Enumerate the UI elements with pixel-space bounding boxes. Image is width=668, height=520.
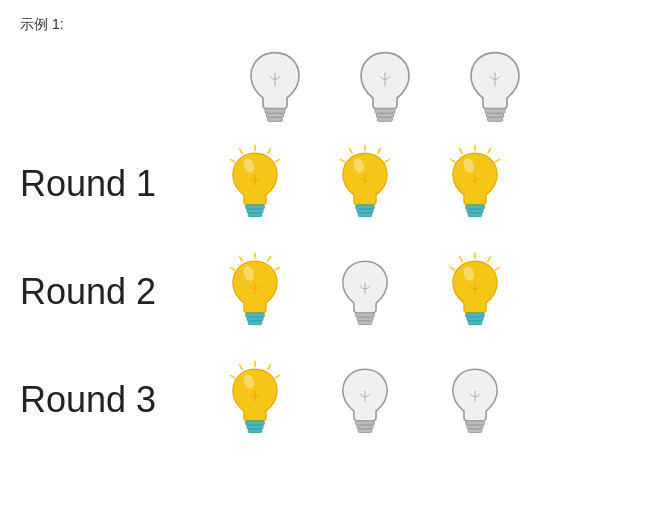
- svg-rect-65: [468, 321, 482, 325]
- svg-rect-79: [358, 429, 372, 433]
- svg-line-33: [460, 149, 462, 153]
- svg-line-25: [378, 149, 380, 153]
- svg-line-70: [275, 375, 279, 377]
- svg-line-44: [230, 267, 234, 269]
- svg-rect-78: [357, 425, 373, 429]
- svg-rect-51: [248, 321, 262, 325]
- svg-rect-6: [376, 113, 393, 117]
- svg-rect-81: [466, 421, 484, 425]
- r2-bulb-1: [220, 252, 290, 332]
- r3-bulb-2: [330, 360, 400, 440]
- round-3-label: Round 3: [20, 379, 220, 421]
- svg-rect-75: [248, 429, 262, 433]
- svg-rect-77: [356, 421, 374, 425]
- round-3-row: Round 3: [20, 350, 648, 450]
- svg-rect-49: [246, 313, 264, 317]
- svg-line-57: [460, 257, 462, 261]
- svg-line-15: [268, 149, 270, 153]
- svg-line-16: [275, 159, 279, 161]
- svg-rect-54: [357, 317, 373, 321]
- svg-rect-29: [356, 205, 374, 209]
- round-1-label: Round 1: [20, 163, 220, 205]
- svg-rect-63: [466, 313, 484, 317]
- round-2-row: Round 2: [20, 242, 648, 342]
- svg-rect-74: [247, 425, 263, 429]
- svg-line-13: [240, 149, 242, 153]
- svg-rect-19: [246, 205, 264, 209]
- svg-rect-41: [468, 213, 482, 217]
- svg-line-59: [488, 257, 490, 261]
- example-label: 示例 1:: [20, 16, 648, 34]
- r1-bulb-2: [330, 144, 400, 224]
- r3-bulb-3: [440, 360, 510, 440]
- svg-rect-30: [357, 209, 373, 213]
- svg-rect-39: [466, 205, 484, 209]
- svg-line-46: [275, 267, 279, 269]
- header-row: [20, 46, 648, 126]
- svg-rect-2: [266, 113, 283, 117]
- r2-bulb-3: [440, 252, 510, 332]
- svg-rect-7: [378, 117, 393, 121]
- round-3-bulbs: [220, 360, 510, 440]
- grid-area: Round 1: [20, 46, 648, 458]
- page-container: 示例 1:: [0, 0, 668, 474]
- svg-rect-21: [248, 213, 262, 217]
- svg-rect-3: [268, 117, 283, 121]
- svg-rect-31: [358, 213, 372, 217]
- header-bulb-2: [350, 46, 420, 126]
- r2-bulb-2: [330, 252, 400, 332]
- round-1-row: Round 1: [20, 134, 648, 234]
- svg-line-24: [340, 159, 344, 161]
- svg-rect-5: [375, 109, 395, 114]
- svg-line-68: [230, 375, 234, 377]
- svg-rect-83: [468, 429, 482, 433]
- svg-line-34: [450, 159, 454, 161]
- r3-bulb-1: [220, 360, 290, 440]
- svg-line-45: [268, 257, 270, 261]
- round-2-label: Round 2: [20, 271, 220, 313]
- svg-rect-53: [356, 313, 374, 317]
- header-bulb-3: [460, 46, 530, 126]
- svg-line-14: [230, 159, 234, 161]
- svg-line-23: [350, 149, 352, 153]
- round-1-bulbs: [220, 144, 510, 224]
- round-2-bulbs: [220, 252, 510, 332]
- svg-rect-20: [247, 209, 263, 213]
- svg-line-60: [495, 267, 499, 269]
- svg-rect-11: [488, 117, 503, 121]
- svg-line-43: [240, 257, 242, 261]
- svg-rect-82: [467, 425, 483, 429]
- svg-rect-1: [265, 109, 285, 114]
- svg-rect-64: [467, 317, 483, 321]
- svg-rect-9: [485, 109, 505, 114]
- r1-bulb-1: [220, 144, 290, 224]
- svg-line-26: [385, 159, 389, 161]
- svg-line-69: [268, 365, 270, 369]
- svg-line-67: [240, 365, 242, 369]
- svg-rect-55: [358, 321, 372, 325]
- svg-rect-40: [467, 209, 483, 213]
- svg-rect-50: [247, 317, 263, 321]
- svg-line-58: [450, 267, 454, 269]
- svg-line-35: [488, 149, 490, 153]
- r1-bulb-3: [440, 144, 510, 224]
- svg-rect-73: [246, 421, 264, 425]
- svg-rect-10: [486, 113, 503, 117]
- svg-line-36: [495, 159, 499, 161]
- header-bulb-1: [240, 46, 310, 126]
